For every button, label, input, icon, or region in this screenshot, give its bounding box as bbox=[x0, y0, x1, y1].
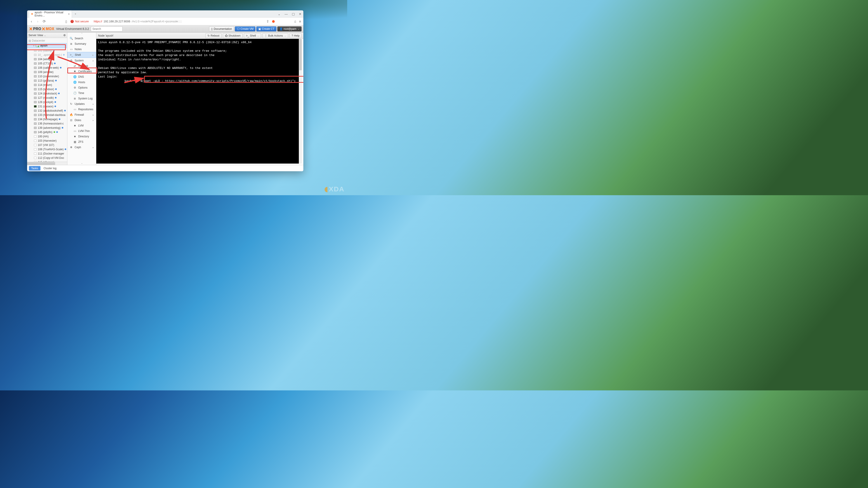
share-icon[interactable]: ⇪ bbox=[266, 20, 269, 24]
nav-item-summary[interactable]: ≣Summary bbox=[67, 41, 96, 46]
new-tab-button[interactable]: + bbox=[73, 12, 78, 16]
chevron-down-icon[interactable]: ⌄ bbox=[278, 12, 281, 16]
nav-item-disks[interactable]: ⊟Disks▸ bbox=[67, 118, 96, 123]
tree-item[interactable]: 115 (tandoor) bbox=[34, 87, 67, 91]
tree-item[interactable]: 113 (grafana) bbox=[34, 78, 67, 83]
console-scrollbar[interactable] bbox=[299, 39, 302, 164]
shutdown-button[interactable]: ⏻Shutdown bbox=[223, 33, 243, 38]
nav-icon: 🔥 bbox=[70, 113, 73, 116]
container-icon bbox=[34, 92, 37, 95]
tree-item[interactable]: 106 (calibre-web) bbox=[34, 66, 67, 70]
brave-shield-icon[interactable]: ⬢ bbox=[272, 20, 275, 24]
tree-item[interactable]: 111 (Docker-manager bbox=[34, 151, 67, 156]
nav-item-search[interactable]: 🔍Search bbox=[67, 36, 96, 41]
tree-item[interactable]: 105 (CT105) bbox=[34, 61, 67, 66]
tree-item[interactable]: 114 (trilium) bbox=[34, 83, 67, 87]
nav-item-system-log[interactable]: ≣System Log bbox=[67, 96, 96, 101]
tree-item[interactable]: 10_ .aperless-ngx) ( bbox=[34, 53, 67, 57]
minimize-icon[interactable]: — bbox=[285, 12, 288, 16]
nav-item-time[interactable]: 🕐Time bbox=[67, 90, 96, 96]
documentation-button[interactable]: ▯Documentation bbox=[209, 26, 234, 31]
node-row-ayush[interactable]: ▾ ayush bbox=[28, 43, 67, 48]
nav-item-notes[interactable]: ▭Notes bbox=[67, 46, 96, 52]
tree-item[interactable]: 108 (TrueNAS-Scale) bbox=[34, 147, 67, 151]
address-bar[interactable]: ! Not secure https://192.168.29.227:8006… bbox=[70, 20, 264, 23]
nav-item-lvm-thin[interactable]: ▭LVM-Thin bbox=[67, 128, 96, 134]
cube-icon: ▣ bbox=[258, 27, 261, 31]
nav-item-system[interactable]: ⚙System▸ bbox=[67, 58, 96, 63]
nav-item-lvm[interactable]: ■LVM bbox=[67, 123, 96, 128]
tree-item[interactable]: 139 (adventurelog) bbox=[34, 126, 67, 130]
tree-item[interactable]: 134 (homepage) bbox=[34, 117, 67, 121]
tree-item[interactable]: 124 (bookstack) bbox=[34, 91, 67, 96]
nav-item-directory[interactable]: ■Directory bbox=[67, 134, 96, 139]
reload-icon[interactable]: ⟳ bbox=[42, 19, 46, 24]
nav-item-ceph[interactable]: ❋Ceph▸ bbox=[67, 144, 96, 150]
gear-icon[interactable]: ⚙ bbox=[63, 34, 66, 37]
tree-horizontal-scrollbar[interactable] bbox=[27, 162, 67, 165]
media-icon[interactable]: ♫ bbox=[294, 20, 296, 24]
tree-item[interactable]: 132 (audiobookshelf) bbox=[34, 108, 67, 113]
shell-button[interactable]: >_Shell⌄ bbox=[244, 33, 261, 38]
tree-item[interactable]: 145 (jellyfin) bbox=[34, 130, 67, 134]
nav-item-updates[interactable]: ↻Updates▸ bbox=[67, 101, 96, 107]
nav-item-zfs[interactable]: ▦ZFS bbox=[67, 139, 96, 144]
expand-icon: ▸ bbox=[93, 103, 94, 105]
tree-item[interactable]: 131 (casaos) bbox=[34, 104, 67, 108]
tree-item[interactable]: 100 (HA) bbox=[34, 134, 67, 138]
collapse-up-icon[interactable]: ⌃ bbox=[67, 33, 96, 36]
tree-item[interactable]: 133 (heimdall-dashboa bbox=[34, 113, 67, 117]
tree-item-label: 110 (zoneminder) bbox=[38, 75, 59, 78]
tree-item[interactable]: 107 (VM 107) bbox=[34, 143, 67, 147]
nav-icon: ↻ bbox=[70, 102, 73, 105]
bookmark-icon[interactable]: ▯ bbox=[64, 20, 68, 23]
browser-tab[interactable]: ✕ ayush - Proxmox Virtual Enviro… ✕ bbox=[29, 10, 72, 18]
nav-item-certificates[interactable]: ✸Certificates bbox=[67, 69, 96, 74]
tree-item[interactable]: 109 (ansible) bbox=[34, 70, 67, 74]
tasks-tab[interactable]: Tasks bbox=[29, 166, 40, 170]
maximize-icon[interactable]: ▢ bbox=[292, 12, 295, 16]
status-dot bbox=[60, 67, 61, 68]
proxmox-header: ✕PRO✕MOX Virtual Environment 8.3.2 ▯Docu… bbox=[27, 25, 303, 33]
create-ct-button[interactable]: ▣Create CT bbox=[256, 26, 276, 31]
nav-item-hosts[interactable]: 🌐Hosts bbox=[67, 79, 96, 85]
close-tab-icon[interactable]: ✕ bbox=[68, 13, 70, 15]
server-view-dropdown[interactable]: Server View⌄ bbox=[29, 34, 46, 37]
search-input[interactable] bbox=[91, 26, 123, 31]
nav-label: Updates bbox=[74, 102, 85, 105]
back-icon[interactable]: ‹ bbox=[29, 20, 33, 24]
reboot-button[interactable]: ↻Reboot bbox=[206, 33, 221, 38]
tree-item[interactable]: 128 (cockpit) bbox=[34, 100, 67, 104]
help-button[interactable]: ?Help bbox=[289, 33, 302, 38]
menu-icon[interactable]: ≡ bbox=[299, 20, 301, 24]
shell-console[interactable]: Linux ayush 6.8.12-5-pve #1 SMP PREEMPT_… bbox=[96, 39, 299, 164]
tree-item[interactable]: 101 (dashy) bbox=[34, 48, 67, 53]
nav-label: Time bbox=[78, 92, 84, 95]
nav-item-shell[interactable]: >_Shell▸ bbox=[67, 52, 96, 58]
user-menu-button[interactable]: 👤root@pam⌄ bbox=[277, 26, 302, 31]
nav-item-firewall[interactable]: 🔥Firewall▸ bbox=[67, 112, 96, 118]
resource-tree[interactable]: ▤ Datacenter ▾ ayush 101 (dashy)10_ .ape… bbox=[27, 38, 67, 162]
tree-item[interactable]: 110 (zoneminder) bbox=[34, 74, 67, 78]
reboot-icon: ↻ bbox=[208, 34, 210, 37]
tree-item[interactable]: 103 (Harvester) bbox=[34, 138, 67, 143]
datacenter-row[interactable]: ▤ Datacenter bbox=[27, 38, 67, 43]
tree-item[interactable]: 116 (pfsense) bbox=[34, 160, 67, 162]
nav-item-repositories[interactable]: ▭Repositories bbox=[67, 107, 96, 112]
nav-item-network[interactable]: ⇄Network bbox=[67, 63, 96, 69]
nav-item-dns[interactable]: 🌐DNS bbox=[67, 74, 96, 79]
bulk-actions-button[interactable]: ⋮Bulk Actions⌄ bbox=[262, 33, 288, 38]
collapse-down-icon[interactable]: ⌄ bbox=[67, 162, 96, 165]
tree-item[interactable]: 127 (nocodb) bbox=[34, 96, 67, 100]
nav-item-options[interactable]: ⚙Options bbox=[67, 85, 96, 90]
close-icon[interactable]: ✕ bbox=[299, 12, 302, 16]
nav-label: LVM-Thin bbox=[78, 129, 90, 133]
cluster-log-tab[interactable]: Cluster log bbox=[43, 167, 57, 170]
create-vm-button[interactable]: 🖵Create VM bbox=[235, 26, 255, 31]
tree-item[interactable]: 136 (homeassistant-c bbox=[34, 121, 67, 126]
nav-icon: ⇄ bbox=[73, 64, 76, 68]
tree-item[interactable]: 112 (Copy-of-VM-Doc bbox=[34, 156, 67, 160]
tree-item[interactable]: 104 (wireg bbox=[34, 57, 67, 61]
breadcrumb: Node 'ayush' bbox=[98, 34, 114, 37]
nav-icon: 🌐 bbox=[73, 75, 76, 78]
